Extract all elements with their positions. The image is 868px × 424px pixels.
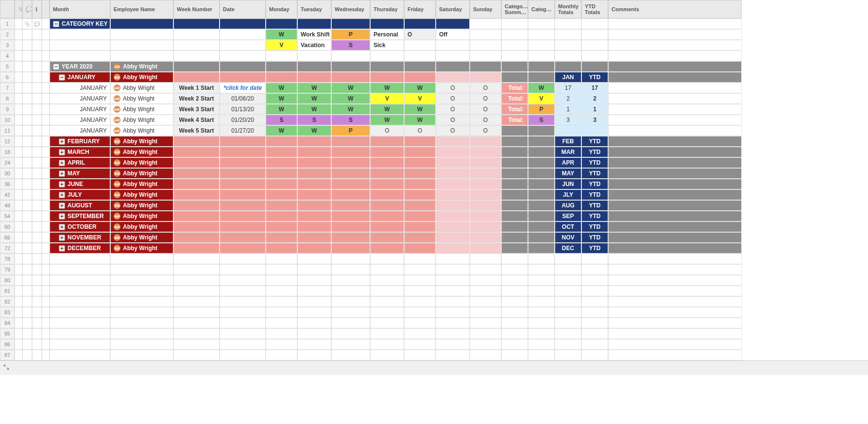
row-number[interactable]: 18 — [0, 147, 15, 157]
empty-cell[interactable] — [297, 328, 331, 339]
month-august[interactable]: +AUGUST — [50, 200, 110, 211]
empty-cell[interactable] — [470, 350, 501, 360]
col-header[interactable] — [0, 0, 15, 18]
empty-cell[interactable] — [470, 296, 501, 307]
col-header[interactable]: Thursday — [370, 0, 404, 18]
empty-cell[interactable] — [266, 254, 297, 264]
empty-cell[interactable] — [581, 275, 608, 286]
empty-cell[interactable] — [50, 328, 110, 339]
empty-cell[interactable] — [528, 318, 555, 328]
empty-cell[interactable] — [173, 254, 220, 264]
empty-cell[interactable] — [470, 286, 501, 296]
empty-cell[interactable] — [50, 296, 110, 307]
empty-cell[interactable] — [581, 296, 608, 307]
empty-cell[interactable] — [608, 296, 742, 307]
empty-cell[interactable] — [173, 296, 220, 307]
row-number[interactable]: 86 — [0, 339, 15, 350]
empty-cell[interactable] — [528, 275, 555, 286]
empty-cell[interactable] — [110, 275, 173, 286]
empty-cell[interactable] — [110, 328, 173, 339]
empty-cell[interactable] — [528, 264, 555, 275]
empty-cell[interactable] — [555, 318, 581, 328]
empty-cell[interactable] — [370, 350, 404, 360]
empty-cell[interactable] — [331, 275, 370, 286]
row-number[interactable]: 66 — [0, 232, 15, 243]
month-may[interactable]: +MAY — [50, 168, 110, 179]
empty-cell[interactable] — [555, 339, 581, 350]
row-number[interactable]: 87 — [0, 350, 15, 360]
date-cell[interactable]: 01/06/20 — [220, 93, 266, 104]
empty-cell[interactable] — [608, 328, 742, 339]
empty-cell[interactable] — [436, 275, 470, 286]
empty-cell[interactable] — [436, 254, 470, 264]
row-number[interactable]: 48 — [0, 200, 15, 211]
expand-icon[interactable]: + — [59, 245, 65, 252]
expand-icon[interactable]: + — [59, 203, 65, 209]
empty-cell[interactable] — [173, 350, 220, 360]
day-cell[interactable]: W — [297, 93, 331, 104]
month-april[interactable]: +APRIL — [50, 157, 110, 168]
empty-cell[interactable] — [220, 286, 266, 296]
date-cell[interactable]: 01/27/20 — [220, 125, 266, 136]
empty-cell[interactable] — [173, 339, 220, 350]
day-cell[interactable]: O — [470, 93, 501, 104]
col-header[interactable]: Sunday — [470, 0, 501, 18]
col-header[interactable]: Saturday — [436, 0, 470, 18]
empty-cell[interactable] — [404, 307, 436, 318]
empty-cell[interactable] — [501, 307, 528, 318]
expand-icon[interactable]: + — [59, 213, 65, 220]
day-cell[interactable]: W — [297, 104, 331, 115]
empty-cell[interactable] — [528, 328, 555, 339]
row-number[interactable]: 82 — [0, 296, 15, 307]
empty-cell[interactable] — [220, 318, 266, 328]
empty-cell[interactable] — [110, 339, 173, 350]
empty-cell[interactable] — [331, 328, 370, 339]
empty-cell[interactable] — [608, 254, 742, 264]
empty-cell[interactable] — [436, 328, 470, 339]
day-cell[interactable]: O — [436, 125, 470, 136]
row-number[interactable]: 84 — [0, 318, 15, 328]
empty-cell[interactable] — [297, 264, 331, 275]
empty-cell[interactable] — [331, 264, 370, 275]
expand-icon[interactable]: + — [59, 149, 65, 155]
empty-cell[interactable] — [370, 328, 404, 339]
row-number[interactable]: 3 — [0, 40, 15, 51]
empty-cell[interactable] — [581, 328, 608, 339]
col-header[interactable]: 📎 — [15, 0, 22, 18]
row-number[interactable]: 80 — [0, 275, 15, 286]
day-cell[interactable]: W — [297, 83, 331, 93]
empty-cell[interactable] — [470, 339, 501, 350]
empty-cell[interactable] — [555, 328, 581, 339]
expand-icon[interactable]: + — [59, 224, 65, 230]
col-header[interactable]: YTD Totals — [581, 0, 608, 18]
day-cell[interactable]: S — [331, 115, 370, 125]
month-july[interactable]: +JULY — [50, 189, 110, 200]
comments-cell[interactable] — [608, 93, 742, 104]
col-header[interactable]: Comments — [608, 0, 742, 18]
month-june[interactable]: +JUNE — [50, 179, 110, 189]
row-number[interactable]: 79 — [0, 264, 15, 275]
empty-cell[interactable] — [608, 350, 742, 360]
empty-cell[interactable] — [370, 264, 404, 275]
empty-cell[interactable] — [608, 339, 742, 350]
empty-cell[interactable] — [404, 264, 436, 275]
collapse-icon[interactable]: − — [53, 21, 59, 27]
date-cell[interactable]: 01/13/20 — [220, 104, 266, 115]
empty-cell[interactable] — [501, 350, 528, 360]
col-header[interactable]: Friday — [404, 0, 436, 18]
year-header[interactable]: −YEAR 2020 — [50, 61, 110, 72]
empty-cell[interactable] — [110, 307, 173, 318]
empty-cell[interactable] — [220, 264, 266, 275]
expand-icon[interactable]: + — [59, 160, 65, 166]
empty-cell[interactable] — [581, 350, 608, 360]
empty-cell[interactable] — [220, 328, 266, 339]
col-header[interactable]: 💬 — [22, 0, 32, 18]
row-number[interactable]: 24 — [0, 157, 15, 168]
empty-cell[interactable] — [404, 254, 436, 264]
empty-cell[interactable] — [404, 296, 436, 307]
day-cell[interactable]: W — [266, 125, 297, 136]
day-cell[interactable]: O — [404, 125, 436, 136]
empty-cell[interactable] — [501, 318, 528, 328]
row-number[interactable]: 2 — [0, 29, 15, 40]
day-cell[interactable]: S — [297, 115, 331, 125]
